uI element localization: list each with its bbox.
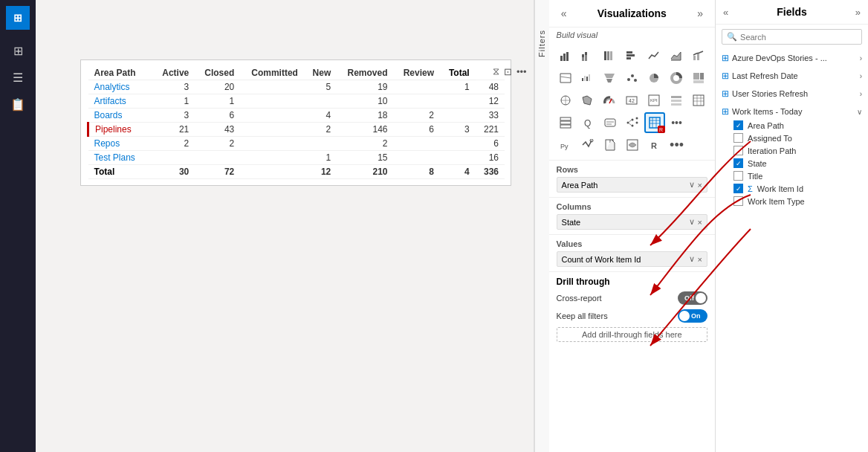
columns-field-remove[interactable]: × [698,218,702,227]
viz-paginated[interactable] [600,135,621,155]
col-header-new: New [304,66,337,80]
svg-line-58 [629,123,631,126]
viz-bar-grouped[interactable] [555,45,576,66]
field-checkbox-area-path[interactable]: ✓ [733,120,743,130]
field-item-state[interactable]: ✓ State [728,157,868,170]
table-row[interactable]: Artifacts 1 1 10 12 [88,94,505,109]
keep-filters-toggle[interactable]: On [678,309,707,323]
svg-rect-12 [626,57,631,59]
viz-key-influencers[interactable] [577,135,598,155]
col-header-active: Active [153,66,195,80]
field-checkbox-state[interactable]: ✓ [733,158,743,168]
fields-group-refresh-date-header[interactable]: ⊞ Last Refresh Date › [716,68,868,83]
row-review2-analytics: 1 [440,80,476,94]
field-checkbox-title[interactable] [733,171,743,181]
viz-smart-narrative[interactable] [600,112,621,133]
viz-matrix[interactable]: R [644,112,665,133]
viz-ribbon[interactable] [555,68,576,88]
viz-pie[interactable] [644,68,664,88]
viz-table[interactable] [688,90,709,111]
add-drill-field[interactable]: Add drill-through fields here [557,327,708,342]
svg-rect-11 [626,54,635,56]
field-item-work-item-id[interactable]: ✓ Σ Work Item Id [728,182,868,195]
viz-python[interactable]: Py [555,135,576,155]
viz-filled-map[interactable] [577,90,597,111]
columns-label: Columns [557,202,708,211]
viz-expand-icon[interactable]: » [693,6,707,21]
field-checkbox-iteration-path[interactable] [733,146,743,155]
viz-funnel[interactable] [599,68,620,88]
table-row[interactable]: Test Plans 1 15 16 [88,151,505,165]
table-row[interactable]: Analytics 3 20 5 19 1 48 [88,80,505,94]
svg-rect-45 [560,117,571,120]
viz-kpi[interactable]: KPI [644,90,664,111]
viz-qna[interactable]: Q [577,112,598,133]
rows-field-pill[interactable]: Area Path ∨ × [557,177,708,193]
field-item-area-path[interactable]: ✓ Area Path [728,119,868,132]
fields-group-refresh-date-chevron: › [860,72,862,80]
values-field-remove[interactable]: × [698,255,702,264]
rows-field-remove[interactable]: × [698,181,702,190]
row-total-closed: 72 [195,165,240,179]
viz-scatter[interactable] [621,68,642,88]
field-item-title[interactable]: Title [728,170,868,182]
viz-donut[interactable] [666,68,687,88]
fields-group-work-items-header[interactable]: ⊞ Work Items - Today ∨ [716,104,868,119]
nav-grid-icon[interactable]: ⊞ [6,39,30,62]
nav-report-icon[interactable]: 📋 [6,92,30,116]
viz-card[interactable]: 42 [621,90,642,111]
values-field-pill[interactable]: Count of Work Item Id ∨ × [557,251,708,267]
viz-bar-100[interactable] [599,45,620,66]
table-row[interactable]: Pipelines 21 43 2 146 6 3 221 [88,123,505,137]
viz-more-options[interactable]: ••• [667,112,687,133]
fields-expand-icon[interactable]: » [855,7,861,18]
svg-rect-7 [604,51,606,60]
viz-get-more[interactable]: ••• [667,135,687,155]
viz-collapse-icon[interactable]: « [557,6,571,21]
viz-combo[interactable] [688,45,709,66]
fields-group-azure-header[interactable]: ⊞ Azure DevOps Stories - ... › [716,51,868,65]
nav-list-icon[interactable]: ☰ [6,65,30,89]
field-checkbox-work-item-id[interactable]: ✓ [733,184,743,193]
more-icon[interactable]: ••• [516,66,527,77]
focus-icon[interactable]: ⊡ [504,66,512,77]
viz-slicer[interactable] [666,90,687,111]
field-item-iteration-path[interactable]: Iteration Path [728,144,868,157]
viz-gauge[interactable] [599,90,620,111]
field-item-assigned-to[interactable]: Assigned To [728,132,868,144]
fields-search-input[interactable] [740,33,857,42]
values-field-dropdown[interactable]: ∨ [689,254,695,264]
fields-group-work-items-chevron: ∨ [857,108,862,116]
fields-panel: « Fields » 🔍 ⊞ Azure DevOps Stories - ..… [716,0,868,452]
viz-area[interactable] [666,45,687,66]
fields-group-user-stories-header[interactable]: ⊞ User Stories Refresh › [716,86,868,101]
table-row[interactable]: Repos 2 2 2 6 [88,137,505,151]
fields-collapse-icon[interactable]: « [723,7,728,18]
viz-bar-horiz[interactable] [621,45,642,66]
viz-bar-stacked[interactable] [577,45,597,66]
row-total-active: 30 [153,165,195,179]
row-new-repos [304,137,337,151]
field-checkbox-assigned-to[interactable] [733,133,743,143]
table-row[interactable]: Boards 3 6 4 18 2 33 [88,109,505,123]
table-row-total: Total 30 72 12 210 8 4 336 [88,165,505,179]
row-review-artifacts [394,94,440,109]
viz-map[interactable] [555,90,576,111]
viz-decomp-tree[interactable] [622,112,643,133]
viz-waterfall[interactable] [577,68,597,88]
field-checkbox-work-item-type[interactable] [733,196,743,206]
rows-field-dropdown[interactable]: ∨ [689,180,695,190]
filter-icon[interactable]: ⧖ [493,65,499,77]
columns-field-pill[interactable]: State ∨ × [557,214,708,230]
viz-r[interactable]: R [644,135,665,155]
svg-text:KPI: KPI [650,98,658,103]
viz-multi-rowcard[interactable] [555,112,576,133]
svg-rect-49 [605,119,615,126]
cross-report-toggle[interactable]: Off [678,291,707,305]
columns-field-dropdown[interactable]: ∨ [689,217,695,227]
viz-treemap[interactable] [688,68,709,88]
viz-line[interactable] [644,45,664,66]
svg-point-22 [631,74,634,77]
viz-azure-map[interactable] [622,135,643,155]
field-item-work-item-type[interactable]: Work Item Type [728,195,868,207]
